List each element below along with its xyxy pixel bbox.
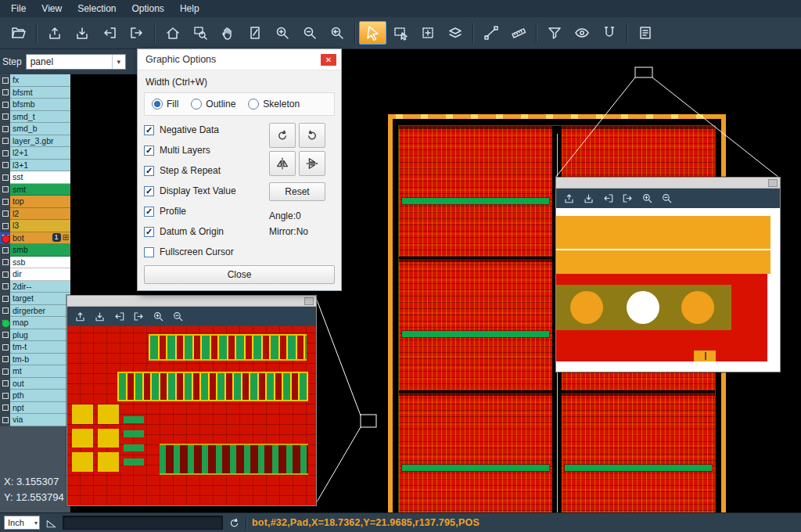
pan-right-icon[interactable] <box>133 311 145 322</box>
layer-row[interactable]: smd_t <box>0 111 70 124</box>
snap-net-button[interactable] <box>595 21 623 45</box>
layer-visibility-checkbox[interactable] <box>0 329 10 342</box>
layer-row[interactable]: top <box>0 196 70 208</box>
pan-hand-button[interactable] <box>214 21 241 45</box>
layer-label-cell[interactable]: top <box>10 196 70 208</box>
select-cursor-button[interactable] <box>359 21 386 45</box>
layer-visibility-checkbox[interactable] <box>0 160 10 172</box>
clip-select-button[interactable] <box>241 21 268 45</box>
layer-row[interactable]: 2dir-- <box>0 281 70 293</box>
command-input[interactable] <box>63 516 223 530</box>
dialog-checkbox[interactable]: ✓ Profile <box>144 204 269 218</box>
layer-label-cell[interactable]: smd_b <box>10 123 70 135</box>
zoom-out-button[interactable] <box>296 21 323 45</box>
open-folder-button[interactable] <box>5 21 32 45</box>
layer-row[interactable]: ssb <box>0 257 70 269</box>
layer-visibility-checkbox[interactable] <box>0 293 10 305</box>
layer-visibility-checkbox[interactable] <box>0 111 10 124</box>
layer-visibility-checkbox[interactable] <box>0 317 10 329</box>
mirror-vertical-button[interactable] <box>299 151 325 176</box>
menu-item[interactable]: File <box>3 0 34 17</box>
layer-row[interactable]: via <box>0 414 70 426</box>
magnifier-view[interactable] <box>556 208 780 372</box>
layer-label-cell[interactable]: mt <box>10 365 70 378</box>
import-up-button[interactable] <box>41 21 68 45</box>
layer-stack-button[interactable] <box>441 21 469 45</box>
layer-row[interactable]: l3 <box>0 220 70 232</box>
dialog-checkbox[interactable]: ✓ Step & Repeat <box>144 164 269 178</box>
layer-visibility-checkbox[interactable] <box>0 87 10 99</box>
layer-row[interactable]: l2+1 <box>0 147 70 160</box>
layer-label-cell[interactable]: bfsmb <box>10 99 70 111</box>
zoom-in-button[interactable] <box>268 21 296 45</box>
layer-visibility-checkbox[interactable] <box>0 354 10 366</box>
marquee-select-button[interactable] <box>386 21 414 45</box>
mirror-horizontal-button[interactable] <box>269 151 296 176</box>
layer-row[interactable]: smt <box>0 184 70 196</box>
menu-item[interactable]: View <box>34 0 70 17</box>
layer-visibility-checkbox[interactable] <box>0 257 10 269</box>
layer-label-cell[interactable]: map <box>10 317 70 329</box>
menu-item[interactable]: Options <box>124 0 172 17</box>
layer-row[interactable]: bfsmt <box>0 87 70 99</box>
pcb-module[interactable] <box>399 393 552 523</box>
window-button[interactable] <box>304 297 314 305</box>
rotate-ccw-button[interactable] <box>299 123 325 148</box>
layer-row[interactable]: npt <box>0 402 70 415</box>
close-button[interactable]: Close <box>144 265 335 284</box>
layer-visibility-checkbox[interactable] <box>0 220 10 232</box>
layer-row[interactable]: l3+1 <box>0 160 70 172</box>
layer-row[interactable]: out <box>0 378 70 390</box>
layer-label-cell[interactable]: sst <box>10 171 70 184</box>
layer-row[interactable]: pth <box>0 390 70 402</box>
layer-label-cell[interactable]: dirgerber <box>10 305 70 318</box>
chevron-down-icon[interactable]: ▾ <box>112 55 125 69</box>
pan-left-icon[interactable] <box>602 192 614 204</box>
pan-down-icon[interactable] <box>583 192 594 204</box>
zoom-out-icon[interactable] <box>172 311 184 322</box>
layer-label-cell[interactable]: smt <box>10 184 70 196</box>
pan-up-icon[interactable] <box>563 192 575 204</box>
layer-row[interactable]: smb <box>0 244 70 257</box>
layer-visibility-checkbox[interactable] <box>0 268 10 281</box>
layer-visibility-checkbox[interactable] <box>0 390 10 402</box>
layer-label-cell[interactable]: smb <box>10 244 70 257</box>
layer-label-cell[interactable]: bot 1 ⊞ <box>10 232 70 245</box>
layer-label-cell[interactable]: plug <box>10 329 70 342</box>
pan-right-icon[interactable] <box>622 192 634 204</box>
dialog-checkbox[interactable]: ✓ Negative Data <box>144 123 269 137</box>
layer-label-cell[interactable]: l3 <box>10 220 70 232</box>
import-left-button[interactable] <box>95 21 123 45</box>
magnifier-window-2[interactable] <box>555 177 781 372</box>
radio-option[interactable]: Skeleton <box>248 99 300 110</box>
pan-up-icon[interactable] <box>74 311 86 322</box>
filter-button[interactable] <box>541 21 568 45</box>
step-combobox[interactable]: panel ▾ <box>26 54 126 70</box>
layer-visibility-checkbox[interactable] <box>0 74 10 87</box>
zoom-window-button[interactable] <box>186 21 214 45</box>
layer-visibility-checkbox[interactable] <box>0 99 10 111</box>
layer-label-cell[interactable]: l3+1 <box>10 160 70 172</box>
layer-row[interactable]: bfsmb <box>0 99 70 111</box>
layer-label-cell[interactable]: fx <box>10 74 70 87</box>
layer-visibility-checkbox[interactable] <box>0 402 10 415</box>
radio-option[interactable]: Fill <box>152 99 178 110</box>
layer-label-cell[interactable]: target <box>10 293 70 305</box>
layer-row[interactable]: bot 1 ⊞ <box>0 232 70 245</box>
layer-row[interactable]: layer_3.gbr <box>0 135 70 148</box>
magnifier-window-1[interactable] <box>66 295 317 506</box>
magnifier-titlebar[interactable] <box>67 296 316 307</box>
transform-button[interactable] <box>414 21 441 45</box>
layer-label-cell[interactable]: dir <box>10 268 70 281</box>
pcb-module[interactable] <box>562 393 715 523</box>
pan-left-icon[interactable] <box>113 311 125 322</box>
dialog-checkbox[interactable]: ✓ Multi Layers <box>144 143 269 157</box>
layer-row[interactable]: target <box>0 293 70 305</box>
menu-item[interactable]: Help <box>172 0 207 17</box>
pcb-module[interactable] <box>399 126 552 257</box>
layer-label-cell[interactable]: via <box>10 414 70 426</box>
layer-visibility-checkbox[interactable] <box>0 414 10 426</box>
unit-combobox[interactable]: Inch ▾ <box>4 516 40 530</box>
dialog-checkbox[interactable]: ✓ Datum & Origin <box>144 225 269 239</box>
layer-row[interactable]: sst <box>0 171 70 184</box>
